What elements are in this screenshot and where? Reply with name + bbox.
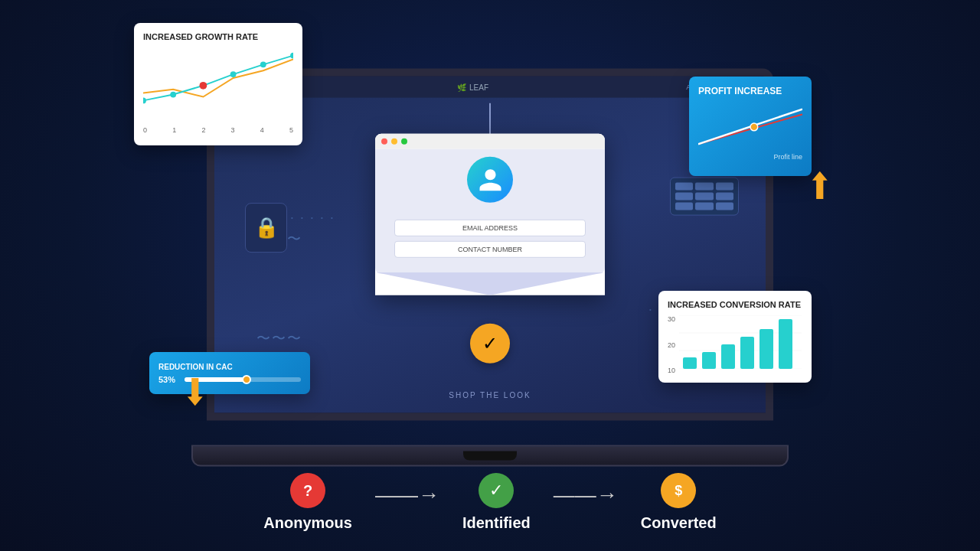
svg-rect-14 xyxy=(702,352,716,369)
profit-chart: Profit line xyxy=(698,103,802,152)
svg-rect-16 xyxy=(740,337,754,369)
conversion-chart-wrapper: 30 20 10 xyxy=(668,315,802,377)
svg-point-0 xyxy=(143,97,146,103)
conversion-bar-chart xyxy=(678,315,802,369)
svg-rect-15 xyxy=(721,344,735,369)
converted-item: $ Converted xyxy=(641,473,717,532)
person-icon xyxy=(477,166,504,193)
avatar xyxy=(467,157,513,203)
anonymous-icon: ? xyxy=(290,473,325,508)
cac-percentage: 53% xyxy=(158,375,180,384)
x-label-0: 0 xyxy=(143,126,147,134)
conversion-rate-card: INCREASED CONVERSION RATE 30 20 10 xyxy=(658,291,812,383)
grid-cell xyxy=(716,203,733,210)
arrow-right-1: ——→ xyxy=(375,483,439,507)
wavy-left-bottom: 〜〜〜 xyxy=(256,329,302,347)
shop-label: SHOP THE LOOK xyxy=(449,391,531,399)
arrow-up-icon: ⬆ xyxy=(807,165,833,207)
identified-item: ✓ Identified xyxy=(462,473,531,532)
x-label-5: 5 xyxy=(289,126,293,134)
checkmark-badge: ✓ xyxy=(470,324,510,364)
svg-point-5 xyxy=(290,53,293,59)
dot-yellow xyxy=(391,139,397,145)
svg-point-1 xyxy=(170,92,176,98)
converted-label: Converted xyxy=(641,514,717,532)
x-label-4: 4 xyxy=(260,126,264,134)
svg-rect-13 xyxy=(683,357,697,369)
email-address-field: EMAIL ADDRESS xyxy=(394,220,586,236)
x-label-3: 3 xyxy=(231,126,235,134)
grid-box xyxy=(670,178,739,216)
cac-slider-row: 53% xyxy=(158,375,301,384)
envelope-flap xyxy=(375,272,605,295)
anonymous-label: Anonymous xyxy=(263,514,352,532)
envelope-container: EMAIL ADDRESS CONTACT NUMBER ✓ xyxy=(375,149,605,348)
grid-cell xyxy=(716,193,733,201)
growth-chart xyxy=(143,47,293,124)
cac-title: REDUCTION IN CAC xyxy=(158,363,301,371)
laptop-notch xyxy=(463,452,517,461)
grid-cell xyxy=(716,183,733,191)
svg-point-2 xyxy=(200,82,207,90)
cac-reduction-card: REDUCTION IN CAC 53% xyxy=(149,352,310,394)
lock-icon: 🔒 xyxy=(245,203,287,253)
browser-bar xyxy=(375,134,605,149)
y-label-10: 10 xyxy=(668,367,675,374)
dots-left: • • • • • xyxy=(291,214,336,221)
svg-point-4 xyxy=(260,61,266,67)
phone-field: CONTACT NUMBER xyxy=(394,241,586,258)
growth-rate-title: INCREASED GROWTH RATE xyxy=(143,32,293,41)
grid-cell xyxy=(675,203,693,210)
svg-point-8 xyxy=(750,123,758,131)
grid-cell xyxy=(695,193,713,201)
y-label-20: 20 xyxy=(668,341,675,349)
conversion-y-labels: 30 20 10 xyxy=(668,315,678,377)
bottom-section: ? Anonymous ——→ ✓ Identified ——→ $ Conve… xyxy=(0,473,980,532)
identified-label: Identified xyxy=(462,514,531,532)
growth-rate-card: INCREASED GROWTH RATE 0 1 2 3 4 5 xyxy=(134,23,302,145)
laptop-base xyxy=(191,445,789,467)
arrow-right-2: ——→ xyxy=(554,483,618,507)
conversion-title: INCREASED CONVERSION RATE xyxy=(668,300,802,309)
grid-cell xyxy=(695,183,713,191)
identified-icon: ✓ xyxy=(479,473,514,508)
dot-red xyxy=(381,139,387,145)
cac-slider-thumb[interactable] xyxy=(242,375,251,384)
profit-increase-card: PROFIT INCREASE Profit line xyxy=(689,77,812,176)
y-label-30: 30 xyxy=(668,315,675,323)
envelope-body: EMAIL ADDRESS CONTACT NUMBER xyxy=(375,149,605,274)
nav-logo: LEAF xyxy=(457,83,488,91)
profit-title: PROFIT INCREASE xyxy=(698,86,802,96)
growth-x-labels: 0 1 2 3 4 5 xyxy=(143,126,293,134)
x-label-2: 2 xyxy=(201,126,205,134)
profit-line-label: Profit line xyxy=(698,153,802,161)
arrow-down-icon: ⬇ xyxy=(182,370,208,412)
anonymous-item: ? Anonymous xyxy=(263,473,352,532)
logo-label: LEAF xyxy=(469,83,488,91)
svg-rect-17 xyxy=(760,329,773,369)
x-label-1: 1 xyxy=(172,126,176,134)
dot-green-btn xyxy=(401,139,407,145)
profit-line-chart xyxy=(698,103,802,148)
grid-cell xyxy=(695,203,713,210)
grid-cell xyxy=(675,193,693,201)
grid-cell xyxy=(675,183,693,191)
svg-rect-18 xyxy=(779,319,792,369)
growth-line-chart xyxy=(143,47,293,109)
converted-icon: $ xyxy=(661,473,696,508)
browser-popup: EMAIL ADDRESS CONTACT NUMBER xyxy=(375,134,605,295)
svg-point-3 xyxy=(230,71,237,77)
